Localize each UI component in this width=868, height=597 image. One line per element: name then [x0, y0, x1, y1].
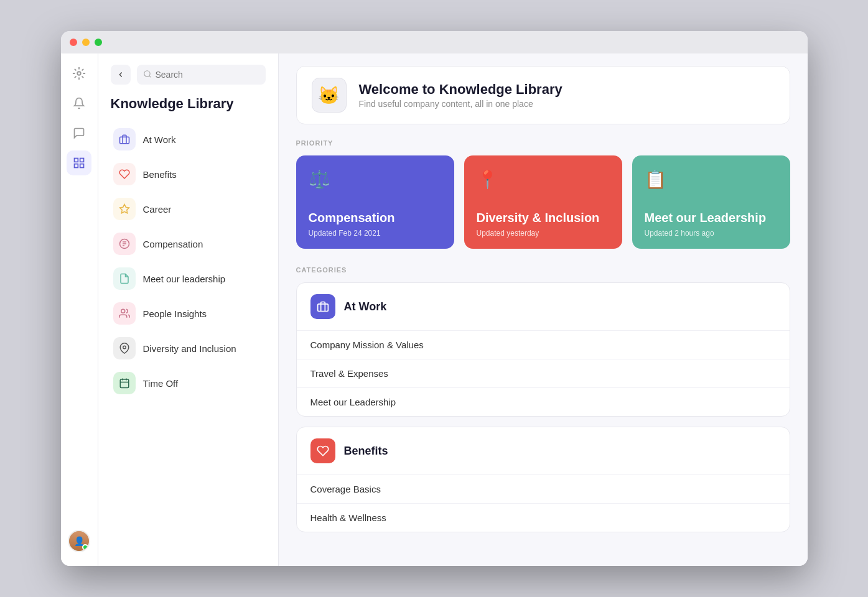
- leadership-card-icon: 📋: [645, 169, 778, 190]
- minimize-dot[interactable]: [82, 39, 90, 46]
- compensation-card-icon: ⚖️: [309, 169, 442, 190]
- diversity-card-content: Diversity & Inclusion Updated yesterday: [477, 210, 610, 238]
- nav-item-label: Meet our leadership: [143, 274, 226, 284]
- nav-item-label: Diversity and Inclusion: [143, 343, 236, 354]
- svg-rect-4: [75, 164, 78, 168]
- at-work-category-header[interactable]: At Work: [297, 283, 790, 330]
- category-card-at-work: At Work Company Mission & Values Travel …: [296, 282, 790, 417]
- logo-icon: 🐱: [318, 85, 340, 106]
- benefits-category-name: Benefits: [344, 445, 388, 458]
- svg-line-6: [149, 75, 151, 77]
- svg-rect-3: [80, 164, 84, 168]
- nav-item-label: Benefits: [143, 169, 177, 180]
- diversity-card-title: Diversity & Inclusion: [477, 210, 610, 225]
- leadership-card-content: Meet our Leadership Updated 2 hours ago: [645, 210, 778, 238]
- welcome-text: Welcome to Knowledge Library Find useful…: [359, 81, 562, 109]
- at-work-item-1[interactable]: Company Mission & Values: [297, 331, 790, 359]
- left-panel: Knowledge Library At Work Benefits: [98, 53, 279, 566]
- nav-item-benefits[interactable]: Benefits: [106, 157, 271, 192]
- benefits-item-2[interactable]: Health & Wellness: [297, 504, 790, 532]
- priority-card-diversity[interactable]: 📍 Diversity & Inclusion Updated yesterda…: [464, 155, 622, 249]
- at-work-category-name: At Work: [344, 300, 387, 313]
- welcome-title: Welcome to Knowledge Library: [359, 81, 562, 98]
- sidebar-bottom: 👤: [68, 530, 90, 558]
- svg-marker-8: [119, 205, 129, 213]
- chat-icon[interactable]: [67, 121, 91, 146]
- close-dot[interactable]: [70, 39, 77, 46]
- compensation-nav-icon: [113, 233, 136, 255]
- online-status-dot: [82, 544, 88, 550]
- svg-point-5: [144, 70, 149, 76]
- at-work-category-icon: [310, 294, 335, 319]
- nav-item-meet-leadership[interactable]: Meet our leadership: [106, 261, 271, 296]
- priority-cards: ⚖️ Compensation Updated Feb 24 2021 📍 Di…: [296, 155, 790, 249]
- search-icon: [143, 70, 152, 80]
- priority-card-compensation[interactable]: ⚖️ Compensation Updated Feb 24 2021: [296, 155, 454, 249]
- priority-card-leadership[interactable]: 📋 Meet our Leadership Updated 2 hours ag…: [632, 155, 790, 249]
- priority-label: PRIORITY: [296, 139, 790, 147]
- diversity-card-updated: Updated yesterday: [477, 229, 610, 238]
- nav-item-compensation[interactable]: Compensation: [106, 226, 271, 261]
- compensation-card-updated: Updated Feb 24 2021: [309, 229, 442, 238]
- nav-item-at-work[interactable]: At Work: [106, 122, 271, 157]
- leadership-card-updated: Updated 2 hours ago: [645, 229, 778, 238]
- nav-item-diversity[interactable]: Diversity and Inclusion: [106, 331, 271, 366]
- benefits-category-header[interactable]: Benefits: [297, 427, 790, 474]
- panel-title: Knowledge Library: [98, 92, 278, 122]
- diversity-nav-icon: [113, 337, 136, 359]
- compensation-card-title: Compensation: [309, 210, 442, 225]
- category-card-benefits: Benefits Coverage Basics Health & Wellne…: [296, 427, 790, 532]
- benefits-items: Coverage Basics Health & Wellness: [297, 474, 790, 532]
- categories-label: CATEGORIES: [296, 266, 790, 274]
- svg-point-0: [77, 72, 81, 75]
- nav-item-label: At Work: [143, 134, 176, 145]
- left-panel-header: [98, 53, 278, 92]
- search-bar[interactable]: [137, 65, 266, 85]
- svg-rect-19: [317, 304, 328, 312]
- at-work-item-2[interactable]: Travel & Expenses: [297, 359, 790, 388]
- meet-leadership-nav-icon: [113, 267, 136, 290]
- career-nav-icon: [113, 198, 136, 220]
- nav-item-career[interactable]: Career: [106, 192, 271, 226]
- back-button[interactable]: [111, 65, 131, 85]
- nav-item-label: Compensation: [143, 239, 203, 249]
- nav-item-time-off[interactable]: Time Off: [106, 366, 271, 400]
- search-input[interactable]: [156, 70, 259, 80]
- benefits-category-icon: [310, 438, 335, 463]
- library-icon[interactable]: [67, 150, 91, 175]
- nav-item-label: Time Off: [143, 378, 179, 389]
- people-insights-nav-icon: [113, 302, 136, 325]
- svg-rect-1: [75, 159, 78, 162]
- maximize-dot[interactable]: [95, 39, 102, 46]
- svg-point-13: [121, 309, 124, 313]
- titlebar: [61, 31, 808, 53]
- leadership-card-title: Meet our Leadership: [645, 210, 778, 225]
- diversity-card-icon: 📍: [477, 169, 610, 190]
- svg-rect-15: [120, 379, 129, 388]
- welcome-logo: 🐱: [312, 78, 347, 113]
- nav-item-label: Career: [143, 204, 172, 215]
- app-window: 👤 Knowledge Library: [61, 31, 808, 566]
- workspace-icon[interactable]: [67, 61, 91, 86]
- svg-rect-2: [80, 159, 84, 162]
- at-work-nav-icon: [113, 128, 136, 150]
- nav-item-label: People Insights: [143, 308, 207, 319]
- welcome-header: 🐱 Welcome to Knowledge Library Find usef…: [296, 66, 790, 124]
- benefits-item-1[interactable]: Coverage Basics: [297, 475, 790, 504]
- at-work-item-3[interactable]: Meet our Leadership: [297, 388, 790, 416]
- nav-list: At Work Benefits Career: [98, 122, 278, 400]
- svg-rect-7: [119, 137, 129, 144]
- nav-item-people-insights[interactable]: People Insights: [106, 296, 271, 331]
- svg-point-14: [123, 346, 126, 349]
- benefits-nav-icon: [113, 163, 136, 185]
- time-off-nav-icon: [113, 372, 136, 394]
- main-content: 🐱 Welcome to Knowledge Library Find usef…: [279, 53, 808, 566]
- icon-sidebar: 👤: [61, 53, 98, 566]
- app-body: 👤 Knowledge Library: [61, 53, 808, 566]
- compensation-card-content: Compensation Updated Feb 24 2021: [309, 210, 442, 238]
- at-work-items: Company Mission & Values Travel & Expens…: [297, 330, 790, 416]
- notifications-icon[interactable]: [67, 91, 91, 116]
- avatar[interactable]: 👤: [68, 530, 90, 552]
- welcome-subtitle: Find useful company content, all in one …: [359, 99, 562, 109]
